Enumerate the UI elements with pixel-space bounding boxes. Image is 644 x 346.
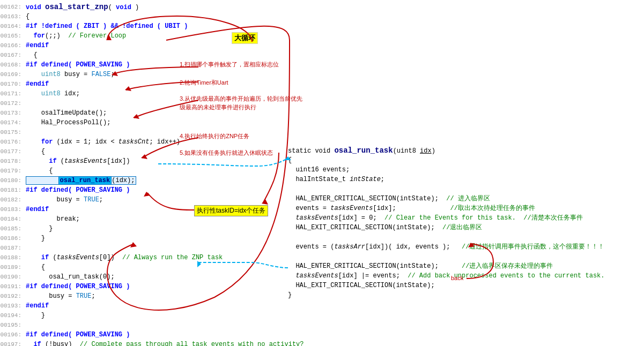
code-line: 00172: xyxy=(0,99,644,108)
code-line: 00197: if (!busy) // Complete pass throu… xyxy=(0,340,644,346)
code-line: 00174: Hal_ProcessPoll(); xyxy=(0,118,644,127)
code-line: 00163:{ xyxy=(0,12,644,21)
right-code-line: tasksEvents[idx] |= events; // Add back … xyxy=(288,271,605,281)
code-line: 00167: { xyxy=(0,50,644,60)
code-line: 00165: for(;;) // Forever Loop xyxy=(0,31,644,41)
code-line: 00194: } xyxy=(0,311,644,320)
code-line: 00166:#endif xyxy=(0,41,644,50)
right-code-line: halIntState_t intState; xyxy=(288,175,605,184)
right-code-line: { xyxy=(288,155,605,165)
right-code-line xyxy=(288,252,605,261)
code-line: 00169: uint8 busy = FALSE; xyxy=(0,70,644,79)
code-line: 00193:#endif xyxy=(0,301,644,311)
right-code-line: events = tasksEvents[idx]; //取出本次待处理任务的事… xyxy=(288,204,605,213)
right-code-line: static void osal_run_task(uint8 idx) xyxy=(288,146,605,155)
right-code-line xyxy=(288,184,605,194)
code-line: 00171: uint8 idx; xyxy=(0,89,644,99)
code-line: 00196:#if defined( POWER_SAVING ) xyxy=(0,330,644,340)
right-code-line: events = (tasksArr[idx])( idx, events );… xyxy=(288,242,605,252)
code-line: 00168:#if defined( POWER_SAVING ) xyxy=(0,60,644,70)
right-code-line: } xyxy=(288,290,605,300)
right-code-panel: static void osal_run_task(uint8 idx){ ui… xyxy=(288,146,605,300)
right-code-line: HAL_EXIT_CRITICAL_SECTION(intState); //退… xyxy=(288,223,605,232)
code-line: 00195: xyxy=(0,320,644,330)
code-line: 00170:#endif xyxy=(0,79,644,89)
right-code-line: uint16 events; xyxy=(288,165,605,175)
code-line: 00162:void osal_start_znp( void ) xyxy=(0,2,644,12)
code-container: 00162:void osal_start_znp( void )00163:{… xyxy=(0,0,644,346)
code-line: 00164:#if !defined ( ZBIT ) && !defined … xyxy=(0,21,644,31)
right-code-line: HAL_ENTER_CRITICAL_SECTION(intState); //… xyxy=(288,261,605,271)
code-line: 00173: osalTimeUpdate(); xyxy=(0,108,644,118)
right-code-line: tasksEvents[idx] = 0; // Clear the Event… xyxy=(288,213,605,223)
code-line: 00175: xyxy=(0,127,644,137)
right-code-line: HAL_ENTER_CRITICAL_SECTION(intState); //… xyxy=(288,194,605,204)
right-code-line xyxy=(288,232,605,242)
right-code-line: HAL_EXIT_CRITICAL_SECTION(intState); xyxy=(288,281,605,290)
